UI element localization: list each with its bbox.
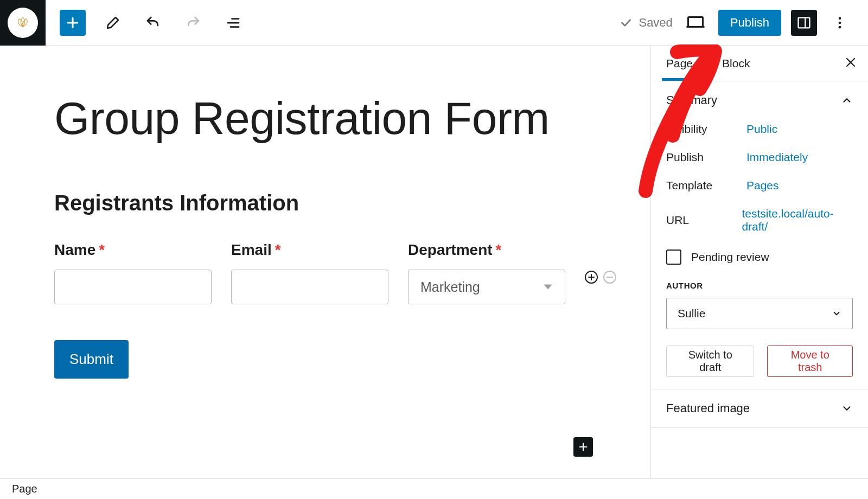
pending-review-checkbox[interactable] xyxy=(666,250,681,265)
visibility-label: Visibility xyxy=(666,123,746,136)
summary-actions: Switch to draft Move to trash xyxy=(666,346,853,377)
field-department-label: Department* xyxy=(408,241,565,259)
breadcrumb[interactable]: Page xyxy=(12,483,37,495)
visibility-value[interactable]: Public xyxy=(746,123,777,136)
panel-close-button[interactable] xyxy=(844,56,857,71)
close-icon xyxy=(844,56,857,69)
tools-edit-icon[interactable] xyxy=(100,10,126,36)
chevron-down-icon xyxy=(832,309,841,318)
settings-panel: Page Block Summary Visibility Public Pub… xyxy=(651,46,868,478)
switch-to-draft-button[interactable]: Switch to draft xyxy=(666,346,754,377)
settings-sidebar-toggle[interactable] xyxy=(791,10,817,36)
email-input[interactable] xyxy=(231,270,388,304)
row-publish: Publish Immediately xyxy=(666,151,853,164)
summary-header[interactable]: Summary xyxy=(666,93,853,107)
author-heading: AUTHOR xyxy=(666,281,853,290)
template-label: Template xyxy=(666,179,746,192)
department-select[interactable]: Marketing xyxy=(408,270,565,304)
chevron-up-icon xyxy=(841,94,853,106)
url-value[interactable]: testsite.local/auto-draft/ xyxy=(742,207,853,233)
topbar-left xyxy=(0,0,246,45)
topbar-tools xyxy=(60,10,246,36)
view-device-button[interactable] xyxy=(682,10,709,36)
move-to-trash-button[interactable]: Move to trash xyxy=(767,346,853,377)
svg-point-5 xyxy=(839,25,841,28)
svg-point-4 xyxy=(839,21,841,24)
row-template: Template Pages xyxy=(666,179,853,192)
chevron-down-icon xyxy=(841,402,853,414)
undo-button[interactable] xyxy=(140,10,166,36)
panel-section-summary: Summary Visibility Public Publish Immedi… xyxy=(651,81,868,389)
editor-topbar: Saved Publish xyxy=(0,0,868,46)
site-logo-button[interactable] xyxy=(0,0,46,46)
tab-page[interactable]: Page xyxy=(662,46,697,81)
department-value: Marketing xyxy=(420,279,480,295)
topbar-right: Saved Publish xyxy=(619,10,868,36)
save-status: Saved xyxy=(619,16,672,30)
template-value[interactable]: Pages xyxy=(746,179,779,192)
editor-statusbar: Page xyxy=(0,478,868,499)
url-label: URL xyxy=(666,214,742,227)
field-department: Department* Marketing xyxy=(408,241,565,304)
svg-rect-1 xyxy=(799,17,810,28)
svg-rect-0 xyxy=(688,17,703,27)
editor-canvas[interactable]: Group Registration Form Registrants Info… xyxy=(0,46,651,478)
add-block-fab[interactable] xyxy=(573,437,593,457)
field-email-label: Email* xyxy=(231,241,388,259)
featured-image-heading: Featured image xyxy=(666,401,750,415)
publish-label: Publish xyxy=(666,151,746,164)
tab-block[interactable]: Block xyxy=(718,46,754,81)
field-name-label: Name* xyxy=(54,241,212,259)
publish-value[interactable]: Immediately xyxy=(746,151,808,164)
site-logo-icon xyxy=(8,8,38,38)
redo-button[interactable] xyxy=(180,10,206,36)
panel-section-featured-image[interactable]: Featured image xyxy=(651,389,868,428)
add-row-button[interactable] xyxy=(585,271,598,284)
author-select[interactable]: Sullie xyxy=(666,298,853,329)
document-overview-icon[interactable] xyxy=(220,10,246,36)
row-url: URL testsite.local/auto-draft/ xyxy=(666,207,853,233)
page-title[interactable]: Group Registration Form xyxy=(54,94,596,142)
more-options-button[interactable] xyxy=(827,10,853,36)
repeater-row-actions xyxy=(585,271,616,284)
remove-row-button[interactable] xyxy=(603,271,616,284)
caret-down-icon xyxy=(543,282,553,292)
publish-button[interactable]: Publish xyxy=(718,10,781,36)
section-heading: Registrants Information xyxy=(54,191,596,215)
row-pending-review: Pending review xyxy=(666,250,853,265)
row-visibility: Visibility Public xyxy=(666,123,853,136)
panel-section-cutoff xyxy=(651,428,868,440)
author-value: Sullie xyxy=(678,307,705,320)
save-status-label: Saved xyxy=(639,16,672,30)
add-block-button[interactable] xyxy=(60,10,86,36)
panel-tabs: Page Block xyxy=(651,46,868,81)
field-name: Name* xyxy=(54,241,212,304)
submit-button[interactable]: Submit xyxy=(54,340,129,379)
check-icon xyxy=(619,16,633,30)
form-fields-row: Name* Email* Department* Marketing xyxy=(54,241,596,304)
canvas-inner: Group Registration Form Registrants Info… xyxy=(0,46,650,444)
summary-heading: Summary xyxy=(666,93,717,107)
pending-review-label: Pending review xyxy=(691,251,769,264)
editor-workspace: Group Registration Form Registrants Info… xyxy=(0,46,868,478)
name-input[interactable] xyxy=(54,270,212,304)
field-email: Email* xyxy=(231,241,388,304)
svg-point-3 xyxy=(839,17,841,20)
